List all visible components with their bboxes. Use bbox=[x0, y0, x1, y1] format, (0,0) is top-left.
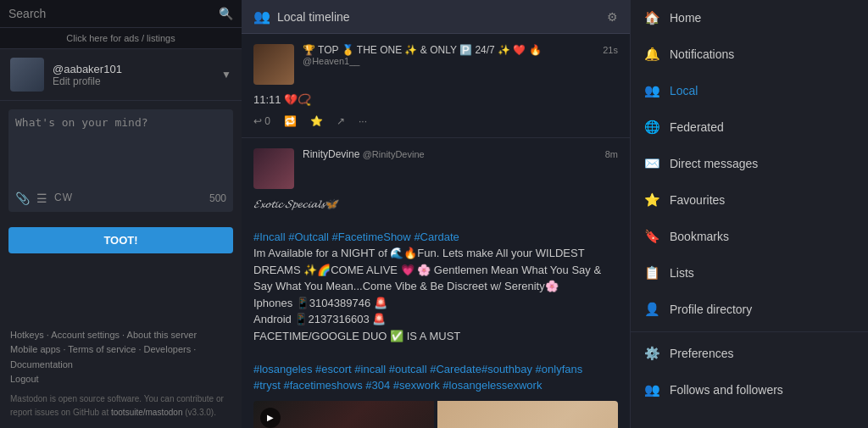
left-footer: Hotkeys · Account settings · About this … bbox=[0, 320, 242, 428]
bookmarks-label: Bookmarks bbox=[670, 230, 854, 243]
left-sidebar: 🔍 Click here for ads / listings @aabaker… bbox=[0, 0, 242, 428]
timeline-title-text: Local timeline bbox=[277, 10, 350, 24]
tootsuite-link[interactable]: tootsuite/mastodon bbox=[111, 408, 183, 417]
post-username-1: 🏆 TOP 🥇 THE ONE ✨ & ONLY 🅿️ 24/7 ✨ ❤️ 🔥 bbox=[303, 44, 542, 56]
right-sidebar: 🏠 Home 🔔 Notifications 👥 Local 🌐 Federat… bbox=[631, 0, 868, 428]
developers-link[interactable]: Developers bbox=[144, 344, 192, 354]
favourites-icon: ⭐ bbox=[644, 192, 659, 208]
post-username-2: RinityDevine @RinityDevine bbox=[303, 148, 425, 160]
hotkeys-link[interactable]: Hotkeys bbox=[10, 330, 44, 340]
post-meta-1: 🏆 TOP 🥇 THE ONE ✨ & ONLY 🅿️ 24/7 ✨ ❤️ 🔥 … bbox=[303, 44, 618, 66]
post-content-1: 11:11 💔📿 bbox=[253, 92, 618, 108]
search-input[interactable] bbox=[8, 7, 219, 20]
timeline-title: 👥 Local timeline bbox=[253, 8, 350, 25]
main-timeline: 👥 Local timeline ⚙ 🏆 TOP 🥇 THE ONE ✨ & O… bbox=[242, 0, 631, 428]
char-count: 500 bbox=[209, 192, 226, 204]
post-time-1: 21s bbox=[603, 45, 618, 55]
boost-button-1[interactable]: 🔁 bbox=[284, 115, 297, 127]
toot-button[interactable]: TOOT! bbox=[8, 227, 233, 253]
federated-icon: 🌐 bbox=[644, 120, 659, 135]
sidebar-item-favourites[interactable]: ⭐ Favourites bbox=[631, 182, 868, 219]
post-time-2: 8m bbox=[605, 149, 618, 159]
lists-label: Lists bbox=[670, 266, 854, 280]
notifications-label: Notifications bbox=[670, 47, 854, 61]
timeline-local-icon: 👥 bbox=[253, 8, 270, 25]
post-name-row-1: 🏆 TOP 🥇 THE ONE ✨ & ONLY 🅿️ 24/7 ✨ ❤️ 🔥 … bbox=[303, 44, 618, 56]
compose-box: 📎 ☰ CW 500 bbox=[8, 109, 233, 212]
direct-messages-icon: ✉️ bbox=[644, 156, 659, 171]
follows-followers-icon: 👥 bbox=[644, 382, 659, 397]
post-avatar-1 bbox=[253, 44, 294, 85]
profile-info: @aabaker101 Edit profile bbox=[53, 63, 221, 87]
ads-bar[interactable]: Click here for ads / listings bbox=[0, 28, 242, 49]
nav-divider bbox=[631, 331, 868, 332]
play-icon: ▶ bbox=[260, 408, 281, 428]
sidebar-item-lists[interactable]: 📋 Lists bbox=[631, 255, 868, 292]
profile-section: @aabaker101 Edit profile ▼ bbox=[0, 49, 242, 101]
timeline-settings-icon[interactable]: ⚙ bbox=[607, 10, 618, 24]
home-icon: 🏠 bbox=[644, 10, 659, 25]
sidebar-item-bookmarks[interactable]: 🔖 Bookmarks bbox=[631, 219, 868, 255]
post-header-2: RinityDevine @RinityDevine 8m bbox=[253, 148, 618, 189]
post-actions-1: ↩ 0 🔁 ⭐ ↗ ··· bbox=[253, 115, 618, 127]
post-image-thumb-1[interactable]: ▶ bbox=[253, 401, 434, 429]
profile-directory-label: Profile directory bbox=[670, 303, 854, 316]
account-settings-link[interactable]: Account settings bbox=[51, 330, 120, 340]
notifications-icon: 🔔 bbox=[644, 47, 659, 62]
preferences-label: Preferences bbox=[670, 347, 854, 360]
about-server-link[interactable]: About this server bbox=[127, 330, 198, 340]
favourites-label: Favourites bbox=[670, 193, 854, 207]
favourite-button-1[interactable]: ⭐ bbox=[310, 115, 323, 127]
post-header: 🏆 TOP 🥇 THE ONE ✨ & ONLY 🅿️ 24/7 ✨ ❤️ 🔥 … bbox=[253, 44, 618, 85]
sidebar-item-federated[interactable]: 🌐 Federated bbox=[631, 109, 868, 146]
sidebar-item-local[interactable]: 👥 Local bbox=[631, 73, 868, 109]
profile-edit-link[interactable]: Edit profile bbox=[53, 75, 221, 87]
more-button-1[interactable]: ··· bbox=[359, 115, 367, 127]
list-icon[interactable]: ☰ bbox=[36, 192, 47, 205]
docs-link[interactable]: Documentation bbox=[10, 359, 73, 370]
post-image-thumb-2[interactable] bbox=[437, 401, 618, 429]
reply-button-1[interactable]: ↩ 0 bbox=[253, 115, 270, 127]
mobile-apps-link[interactable]: Mobile apps bbox=[10, 344, 60, 354]
cw-button[interactable]: CW bbox=[54, 192, 73, 205]
mastodon-note: Mastodon is open source software. You ca… bbox=[10, 392, 231, 420]
profile-caret-icon[interactable]: ▼ bbox=[221, 69, 231, 81]
post-meta-2: RinityDevine @RinityDevine 8m bbox=[303, 148, 618, 160]
profile-username: @aabaker101 bbox=[53, 63, 221, 75]
post-1: 🏆 TOP 🥇 THE ONE ✨ & ONLY 🅿️ 24/7 ✨ ❤️ 🔥 … bbox=[242, 34, 630, 138]
post-name-row-2: RinityDevine @RinityDevine 8m bbox=[303, 148, 618, 160]
ads-text: Click here for ads / listings bbox=[66, 33, 175, 43]
post-handle-1: @Heaven1__ bbox=[303, 56, 618, 66]
attach-icon[interactable]: 📎 bbox=[15, 192, 30, 205]
sidebar-item-direct-messages[interactable]: ✉️ Direct messages bbox=[631, 146, 868, 182]
post-2: RinityDevine @RinityDevine 8m 𝓔𝔁𝓸𝓽𝓲𝓬 𝓢𝓹𝓮… bbox=[242, 138, 630, 429]
sidebar-item-notifications[interactable]: 🔔 Notifications bbox=[631, 36, 868, 73]
compose-icons: 📎 ☰ CW bbox=[15, 192, 73, 205]
post-images-2: ▶ bbox=[253, 401, 618, 429]
sidebar-item-preferences[interactable]: ⚙️ Preferences bbox=[631, 336, 868, 372]
preferences-icon: ⚙️ bbox=[644, 346, 659, 361]
search-icon: 🔍 bbox=[219, 7, 233, 20]
timeline-header: 👥 Local timeline ⚙ bbox=[242, 0, 630, 34]
post-content-2: 𝓔𝔁𝓸𝓽𝓲𝓬 𝓢𝓹𝓮𝓬𝓲𝓪𝓵𝓼🦋 #Incall #Outcall #Facet… bbox=[253, 196, 618, 394]
terms-link[interactable]: Terms of service bbox=[68, 344, 136, 354]
bookmarks-icon: 🔖 bbox=[644, 229, 659, 244]
lists-icon: 📋 bbox=[644, 265, 659, 281]
home-label: Home bbox=[670, 11, 854, 25]
sidebar-item-home[interactable]: 🏠 Home bbox=[631, 0, 868, 36]
sidebar-item-follows-followers[interactable]: 👥 Follows and followers bbox=[631, 372, 868, 409]
local-label: Local bbox=[670, 84, 854, 97]
sidebar-item-profile-directory[interactable]: 👤 Profile directory bbox=[631, 292, 868, 328]
compose-textarea[interactable] bbox=[15, 116, 226, 184]
timeline-feed: 🏆 TOP 🥇 THE ONE ✨ & ONLY 🅿️ 24/7 ✨ ❤️ 🔥 … bbox=[242, 34, 630, 428]
footer-links: Hotkeys · Account settings · About this … bbox=[10, 328, 231, 387]
compose-toolbar: 📎 ☰ CW 500 bbox=[15, 192, 226, 205]
profile-directory-icon: 👤 bbox=[644, 302, 659, 317]
local-icon: 👥 bbox=[644, 83, 659, 98]
share-button-1[interactable]: ↗ bbox=[337, 115, 345, 127]
federated-label: Federated bbox=[670, 120, 854, 134]
post-avatar-2 bbox=[253, 148, 294, 189]
logout-link[interactable]: Logout bbox=[10, 374, 39, 384]
avatar bbox=[10, 58, 44, 92]
direct-messages-label: Direct messages bbox=[670, 157, 854, 170]
